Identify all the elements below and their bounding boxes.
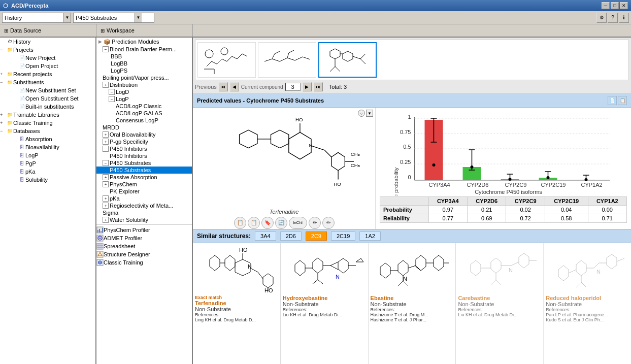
sidebar-item-open-substituent[interactable]: 📄 Open Substituent Set (0, 94, 95, 103)
data-source-header[interactable]: ⊞ Data Source (0, 24, 96, 37)
module-physchem[interactable]: + PhysChem (96, 181, 192, 188)
module-distribution[interactable]: + Distribution (96, 81, 192, 88)
module-p450-sub-group[interactable]: − P450 Substrates (96, 159, 192, 167)
sidebar-item-built-in[interactable]: 📄 Built-in substituents (0, 103, 95, 111)
nav-first-button[interactable]: ⏮ (219, 82, 228, 91)
export-pdf-icon[interactable]: 📄 (608, 96, 617, 105)
nav-prev-button[interactable]: ◀ (230, 82, 239, 91)
module-prediction-modules[interactable]: ▶ 📦 Prediction Modules (96, 38, 192, 46)
similar-tab-3a4[interactable]: 3A4 (255, 231, 276, 241)
history-dropdown-arrow[interactable]: ▼ (63, 13, 71, 22)
svg-point-90 (509, 178, 512, 181)
module-acd-galas[interactable]: ACD/LogP GALAS (96, 110, 192, 117)
rel-cyp2d6: 0.69 (468, 214, 506, 223)
module-boiling-point[interactable]: Boiling point/Vapor press... (96, 74, 192, 81)
mol-tool-6[interactable]: ✏ (309, 217, 321, 229)
compound-thumb-1[interactable] (197, 42, 256, 78)
sidebar-item-open-project[interactable]: 📄 Open Project (0, 62, 95, 70)
sidebar-item-pgp[interactable]: 🗄 PgP (0, 159, 95, 168)
module-pgp-spec[interactable]: + P-gp Specificity (96, 138, 192, 145)
module-classic-training[interactable]: Classic Training (96, 258, 192, 267)
molecule-menu-btn[interactable]: ▼ (366, 110, 373, 117)
module-bbb-sub[interactable]: BBB (96, 53, 192, 60)
workspace-dropdown-arrow[interactable]: ▼ (135, 13, 142, 22)
current-compound-input[interactable] (285, 83, 301, 91)
module-water-sol[interactable]: + Water Solubility (96, 216, 192, 223)
module-logp[interactable]: − LogP (96, 95, 192, 103)
mol-tool-1[interactable]: 📋 (234, 217, 246, 229)
module-p450-inhibitors[interactable]: P450 Inhibitors (96, 152, 192, 159)
sidebar-item-logp-db[interactable]: 🗄 LogP (0, 151, 95, 159)
module-p450-substrates[interactable]: P450 Substrates (96, 167, 192, 174)
terfenadine-match: Exact match (195, 295, 278, 300)
module-mrdd[interactable]: MRDD (96, 124, 192, 131)
similar-tab-1a2[interactable]: 1A2 (359, 231, 381, 241)
sidebar-item-projects[interactable]: − 📁 Projects (0, 46, 95, 54)
similar-tab-2d6[interactable]: 2D6 (280, 231, 302, 241)
mol-tool-2[interactable]: 📋 (248, 217, 260, 229)
sidebar-item-bioavailability[interactable]: 🗄 Bioavailability (0, 143, 95, 151)
module-bbb[interactable]: − Blood-Brain Barrier Perm... (96, 46, 192, 53)
sidebar-item-absorption[interactable]: 🗄 Absorption (0, 135, 95, 143)
history-dropdown[interactable]: History ▼ (2, 13, 71, 23)
module-oral-bio[interactable]: + Oral Bioavailability (96, 131, 192, 138)
module-sigma[interactable]: Sigma (96, 209, 192, 216)
similar-tab-2c9[interactable]: 2C9 (306, 231, 327, 241)
mol-tool-3[interactable]: 🔖 (261, 217, 274, 229)
similar-compound-carebastine[interactable]: N Carebastine Non-Substrate References: … (456, 243, 544, 365)
predicted-area: ○ ▼ N (193, 108, 631, 229)
sidebar-item-databases[interactable]: − 📁 Databases (0, 127, 95, 135)
module-p450-inhib[interactable]: − P450 Inhibitors (96, 145, 192, 152)
similar-compound-hydroxyebastine[interactable]: N Hydroxyebastine Non-Substrate Referenc… (281, 243, 369, 365)
module-admet-profiler[interactable]: ADMET Profiler (96, 234, 192, 242)
similar-tab-2c19[interactable]: 2C19 (331, 231, 355, 241)
sidebar-item-new-project[interactable]: 📄 New Project (0, 54, 95, 62)
module-spreadsheet[interactable]: Spreadsheet (96, 242, 192, 250)
mol-tool-7[interactable]: ✏ (322, 217, 335, 229)
module-consensus-logp[interactable]: Consensus LogP (96, 117, 192, 124)
module-logd[interactable]: − LogD (96, 88, 192, 95)
module-logbb[interactable]: LogBB (96, 60, 192, 67)
nav-last-button[interactable]: ⏭ (314, 82, 323, 91)
sidebar-item-classic-training[interactable]: + 📁 Classic Training (0, 119, 95, 127)
info-icon[interactable]: ℹ (619, 13, 629, 23)
module-structure-designer[interactable]: Structure Designer (96, 250, 192, 258)
molecule-display: ○ ▼ N (193, 108, 376, 229)
workspace-header[interactable]: ⊞ Workspace (96, 24, 193, 37)
svg-line-155 (594, 263, 599, 268)
help-icon[interactable]: ? (608, 13, 618, 23)
workspace-dropdown[interactable]: P450 Substrates ▼ (73, 13, 154, 23)
module-logps[interactable]: LogPS (96, 67, 192, 74)
mol-tool-5[interactable]: InChI (289, 217, 307, 229)
settings-icon[interactable]: ⚙ (596, 13, 607, 23)
module-acd-logp[interactable]: ACD/LogP Classic (96, 103, 192, 110)
module-pk-explorer[interactable]: PK Explorer (96, 188, 192, 195)
close-button[interactable]: ✕ (620, 2, 628, 9)
similar-compound-ebastine[interactable]: N Ebastine Non-Substrate References: Has… (369, 243, 456, 365)
module-passive-absorption[interactable]: + Passive Absorption (96, 174, 192, 181)
module-pka[interactable]: + pKa (96, 195, 192, 202)
minimize-button[interactable]: ─ (602, 2, 610, 9)
export-copy-icon[interactable]: 📋 (618, 96, 627, 105)
compound-thumb-3[interactable] (318, 42, 377, 78)
sidebar-item-substituents[interactable]: − 📁 Substituents (0, 78, 95, 86)
compound-thumb-2[interactable] (258, 42, 316, 78)
sidebar-item-solubility[interactable]: 🗄 Solubility (0, 176, 95, 184)
module-regio[interactable]: + Regioselectivity of Meta... (96, 202, 192, 209)
sidebar-item-pka[interactable]: 🗄 pKa (0, 168, 95, 176)
svg-line-48 (335, 67, 340, 72)
svg-text:Cytochrome P450 isoforms: Cytochrome P450 isoforms (475, 189, 542, 195)
svg-line-21 (222, 59, 227, 61)
sidebar-item-history[interactable]: ⏱ History (0, 38, 95, 46)
similar-compound-terfenadine[interactable]: N HO HO Exact match Terfenadine (193, 243, 281, 365)
sidebar-item-trainable[interactable]: + 📁 Trainable Libraries (0, 111, 95, 119)
sidebar-item-recent-projects[interactable]: + 📁 Recent projects (0, 70, 95, 78)
molecule-circle-btn[interactable]: ○ (358, 110, 365, 117)
maximize-button[interactable]: □ (611, 2, 619, 9)
mol-tool-4[interactable]: 🔄 (275, 217, 287, 229)
module-physchem-profiler[interactable]: PhysChem Profiler (96, 226, 192, 234)
nav-next-button[interactable]: ▶ (303, 82, 312, 91)
sidebar-item-new-substituent[interactable]: 📄 New Substituent Set (0, 86, 95, 94)
workspace-dropdown-text: P450 Substrates (74, 15, 135, 21)
similar-compound-haloperidol[interactable]: N Reduced haloperidol Non-Substrate Refe… (544, 243, 631, 365)
